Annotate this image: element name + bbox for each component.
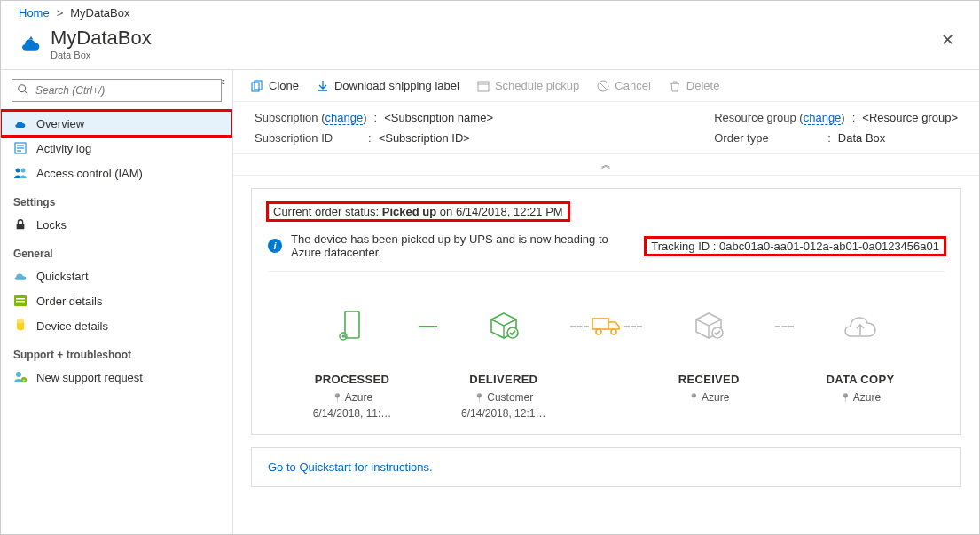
breadcrumb-home[interactable]: Home — [19, 6, 50, 20]
device-details-icon — [13, 319, 27, 333]
toolbar: Clone Download shipping label Schedule p… — [233, 70, 979, 102]
stage-date: 6/14/2018, 11:… — [286, 407, 419, 420]
cancel-button: Cancel — [597, 79, 650, 92]
prop-label-rg: Resource group (change) — [714, 111, 844, 124]
delete-button: Delete — [669, 79, 720, 92]
toolbar-label: Schedule pickup — [495, 79, 579, 92]
prop-val-rg: <Resource group> — [862, 111, 958, 124]
cancel-icon — [597, 80, 609, 92]
order-status-card: Current order status: Picked up on 6/14/… — [251, 188, 961, 435]
calendar-icon — [477, 80, 490, 92]
nav-label: Quickstart — [36, 270, 89, 283]
order-stages: PROCESSED Azure 6/14/2018, 11:… DELIVERE… — [268, 303, 945, 420]
activity-log-icon — [13, 141, 27, 155]
stage-connector — [775, 326, 794, 327]
delete-icon — [669, 80, 681, 92]
clone-button[interactable]: Clone — [251, 79, 299, 92]
prop-label-subscription: Subscription (change) — [255, 111, 367, 124]
search-input[interactable] — [12, 79, 222, 102]
svg-point-7 — [21, 169, 26, 173]
svg-point-28 — [596, 329, 601, 334]
svg-text:+: + — [23, 377, 26, 382]
toolbar-label: Delete — [686, 79, 720, 92]
order-details-icon — [13, 294, 27, 308]
processed-icon — [286, 303, 419, 348]
overview-icon — [13, 116, 27, 130]
svg-rect-27 — [592, 319, 608, 329]
lock-icon — [13, 217, 27, 232]
toolbar-label: Cancel — [615, 79, 650, 92]
databox-icon — [19, 30, 43, 55]
nav-order-details[interactable]: Order details — [1, 288, 232, 313]
page-title: MyDataBox — [51, 27, 152, 50]
support-icon: + — [13, 370, 27, 384]
nav-quickstart[interactable]: Quickstart — [1, 264, 232, 288]
nav-overview[interactable]: Overview — [1, 111, 232, 136]
stage-received: RECEIVED Azure — [642, 303, 775, 407]
nav-access-control[interactable]: Access control (IAM) — [1, 161, 232, 185]
svg-rect-11 — [16, 301, 25, 303]
breadcrumb-separator: > — [57, 6, 64, 20]
change-rg-link[interactable]: change — [804, 111, 842, 125]
change-subscription-link[interactable]: change — [325, 111, 364, 125]
stage-title: PROCESSED — [286, 373, 419, 386]
stage-connector — [624, 326, 643, 327]
nav-label: Access control (IAM) — [36, 167, 143, 180]
stage-title: RECEIVED — [642, 373, 775, 386]
download-shipping-button[interactable]: Download shipping label — [317, 79, 459, 92]
nav-group-support: Support + troubleshoot — [1, 338, 232, 365]
stage-location: Azure — [642, 391, 775, 404]
collapse-properties[interactable]: ︽ — [233, 153, 979, 176]
stage-location: Customer — [437, 391, 570, 404]
toolbar-label: Download shipping label — [334, 79, 459, 92]
quickstart-card: Go to Quickstart for instructions. — [251, 447, 961, 487]
main-content: Clone Download shipping label Schedule p… — [233, 70, 979, 535]
close-button[interactable]: ✕ — [934, 27, 961, 53]
nav-device-details[interactable]: Device details — [1, 313, 232, 338]
received-icon — [642, 303, 775, 348]
sidebar: « Overview Activity log Access control (… — [1, 70, 233, 535]
iam-icon — [13, 166, 27, 180]
svg-rect-19 — [478, 82, 489, 91]
page-subtitle: Data Box — [51, 50, 152, 60]
tracking-id: Tracking ID : 0abc01a0-aa01-012a-ab01-0a… — [646, 238, 945, 255]
svg-point-0 — [19, 85, 26, 92]
stage-location: Azure — [286, 391, 419, 404]
svg-line-1 — [25, 91, 28, 95]
search-icon — [17, 83, 29, 96]
nav-label: Order details — [36, 295, 102, 308]
quickstart-link[interactable]: Go to Quickstart for instructions. — [268, 460, 433, 474]
svg-rect-8 — [17, 224, 25, 229]
order-status-text: Current order status: Picked up on 6/14/… — [268, 203, 568, 220]
prop-val-ordertype: Data Box — [838, 131, 885, 145]
nav-locks[interactable]: Locks — [1, 212, 232, 237]
datacopy-icon — [794, 303, 927, 348]
clone-icon — [251, 80, 263, 92]
prop-val-subscription: <Subscription name> — [384, 111, 493, 124]
svg-point-14 — [16, 372, 21, 377]
prop-label-ordertype: Order type — [714, 131, 820, 145]
nav-label: Device details — [36, 319, 108, 333]
stage-data-copy: DATA COPY Azure — [794, 303, 927, 407]
nav-label: New support request — [36, 371, 143, 384]
quickstart-icon — [13, 269, 27, 283]
svg-point-25 — [342, 335, 345, 338]
nav-new-support[interactable]: + New support request — [1, 365, 232, 389]
stage-title: DATA COPY — [794, 373, 927, 386]
breadcrumb-current: MyDataBox — [70, 6, 129, 20]
prop-label-subid: Subscription ID — [255, 131, 361, 145]
stage-processed: PROCESSED Azure 6/14/2018, 11:… — [286, 303, 419, 420]
nav-activity-log[interactable]: Activity log — [1, 136, 232, 161]
schedule-pickup-button: Schedule pickup — [477, 79, 579, 92]
svg-rect-23 — [345, 311, 359, 338]
nav-group-general: General — [1, 237, 232, 264]
stage-connector — [570, 326, 589, 327]
nav-label: Overview — [36, 117, 84, 130]
nav-label: Activity log — [36, 142, 91, 155]
nav-group-settings: Settings — [1, 185, 232, 212]
svg-line-22 — [600, 83, 607, 90]
stage-date: 6/14/2018, 12:1… — [437, 407, 570, 420]
delivered-icon — [437, 303, 570, 348]
info-row: i The device has been picked up by UPS a… — [268, 232, 945, 272]
download-icon — [317, 80, 329, 92]
